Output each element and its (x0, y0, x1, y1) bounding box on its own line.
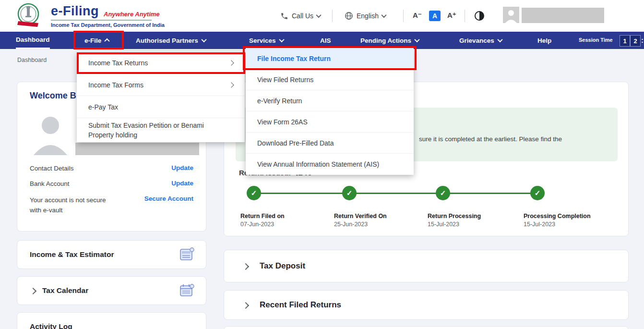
chevron-down-icon (381, 12, 386, 18)
nav-item-dashboard[interactable]: Dashboard (16, 32, 50, 49)
timeline-step-return-verified: Return Verified On 25-Jun-2023 (334, 213, 387, 228)
secure-account-link[interactable]: Secure Account (144, 195, 193, 202)
brand-tagline: Anywhere Anytime (104, 11, 160, 18)
nav-item-pending-actions[interactable]: Pending Actions (360, 32, 419, 49)
menu-item-epay-tax[interactable]: e-Pay Tax (77, 96, 245, 118)
header-divider (332, 10, 333, 22)
session-timer-digit: 1 (620, 35, 630, 47)
calendar-icon (179, 283, 194, 298)
brand-divider (51, 20, 152, 21)
bank-account-label: Bank Account (30, 180, 70, 187)
activity-log-card[interactable]: Activity Log (17, 312, 206, 329)
submenu-item-file-itr[interactable]: File Income Tax Return (246, 48, 414, 69)
header-divider (403, 10, 404, 22)
timeline-connector (254, 193, 537, 194)
submenu-item-everify-return[interactable]: e-Verify Return (246, 90, 414, 111)
nav-item-services[interactable]: Services (249, 32, 284, 49)
font-decrease-button[interactable]: A⁻ (413, 11, 422, 20)
chevron-down-icon (316, 12, 321, 18)
banner-message: sure it is completed at the earliest. Pl… (419, 135, 562, 143)
main-navbar: Dashboard e-File Authorised Partners Ser… (0, 32, 644, 49)
chevron-down-icon (201, 37, 206, 42)
user-avatar[interactable] (503, 7, 519, 23)
contact-details-label: Contact Details (30, 165, 74, 172)
evault-status-label: Your account is not secure with e-vault (30, 195, 111, 216)
nav-item-authorised-partners[interactable]: Authorised Partners (136, 32, 206, 49)
brand-name: e-Filing (51, 4, 99, 19)
chevron-right-icon (242, 302, 249, 309)
header-divider (465, 10, 465, 22)
income-tax-estimator-title: Income & Tax Estimator (30, 250, 114, 259)
font-default-button[interactable]: A (429, 11, 441, 21)
globe-icon (345, 12, 353, 20)
brand-department: Income Tax Department, Government of Ind… (51, 22, 165, 28)
welcome-title: Welcome B (30, 91, 76, 101)
font-increase-button[interactable]: A⁺ (447, 11, 456, 20)
submenu-item-view-ais[interactable]: View Annual Information Statement (AIS) (246, 154, 414, 175)
timeline-step-processing-completion: Processing Completion 15-Jul-2023 (524, 213, 591, 228)
recent-filed-returns-section[interactable]: Recent Filed Returns (224, 290, 629, 320)
menu-item-income-tax-forms[interactable]: Income Tax Forms (77, 74, 245, 96)
efile-dropdown-menu: Income Tax Returns Income Tax Forms e-Pa… (77, 52, 245, 142)
tax-calendar-card[interactable]: Tax Calendar (17, 276, 206, 305)
breadcrumb[interactable]: Dashboard (17, 57, 47, 63)
income-tax-emblem-logo (14, 2, 42, 30)
submenu-item-download-prefilled-data[interactable]: Download Pre-Filled Data (246, 133, 414, 154)
call-us-label: Call Us (292, 12, 313, 20)
timeline-step-check-icon: ✓ (342, 186, 357, 200)
recent-filed-returns-title: Recent Filed Returns (260, 300, 341, 310)
chevron-down-icon (414, 37, 419, 42)
chevron-down-icon (279, 37, 284, 42)
tax-calendar-title: Tax Calendar (42, 286, 88, 295)
timeline-step-return-filed: Return Filed on 07-Jun-2023 (240, 213, 285, 228)
app-header: e-Filing Anywhere Anytime Income Tax Dep… (0, 0, 644, 32)
nav-item-grievances[interactable]: Grievances (459, 32, 502, 49)
profile-avatar-placeholder (28, 108, 73, 155)
contrast-toggle-icon[interactable] (474, 11, 485, 21)
partial-section-card (224, 326, 629, 329)
calculator-icon (179, 247, 194, 262)
efiling-portal-screen: e-Filing Anywhere Anytime Income Tax Dep… (0, 0, 644, 329)
menu-item-income-tax-returns[interactable]: Income Tax Returns (77, 52, 245, 74)
call-us-menu[interactable]: Call Us (280, 10, 321, 22)
session-timer-separator: : (641, 36, 644, 44)
language-menu[interactable]: English (345, 10, 386, 22)
tax-deposit-section[interactable]: Tax Deposit (224, 250, 629, 282)
redacted-user-info (75, 143, 199, 155)
update-bank-link[interactable]: Update (171, 180, 193, 187)
session-time-label: Session Time (579, 37, 613, 43)
submenu-arrow-icon (228, 60, 234, 65)
menu-item-tax-evasion-petition[interactable]: Submit Tax Evasion Petition or Benami Pr… (77, 118, 245, 142)
activity-log-title: Activity Log (30, 322, 72, 329)
nav-item-ais[interactable]: AIS (320, 32, 331, 49)
language-label: English (357, 12, 379, 20)
submenu-item-view-form-26as[interactable]: View Form 26AS (246, 111, 414, 133)
submenu-arrow-icon (228, 82, 234, 87)
nav-item-help[interactable]: Help (537, 32, 551, 49)
timeline-step-check-icon: ✓ (436, 186, 450, 200)
timeline-step-return-processing: Return Processing 15-Jul-2023 (428, 213, 481, 228)
chevron-down-icon (497, 37, 502, 42)
chevron-up-icon (105, 38, 110, 44)
itr-submenu: File Income Tax Return View Filed Return… (246, 48, 414, 175)
chevron-right-icon (242, 263, 249, 270)
nav-item-efile[interactable]: e-File (84, 32, 109, 49)
submenu-item-view-filed-returns[interactable]: View Filed Returns (246, 69, 414, 90)
timeline-step-check-icon: ✓ (530, 186, 545, 200)
income-tax-estimator-card[interactable]: Income & Tax Estimator (17, 240, 206, 269)
chevron-right-icon (30, 288, 36, 294)
redacted-username (522, 8, 604, 23)
phone-icon (280, 12, 288, 20)
timeline-step-check-icon: ✓ (247, 186, 261, 200)
session-timer-digit: 2 (630, 35, 641, 47)
tax-deposit-title: Tax Deposit (260, 261, 305, 271)
update-contact-link[interactable]: Update (171, 164, 193, 171)
